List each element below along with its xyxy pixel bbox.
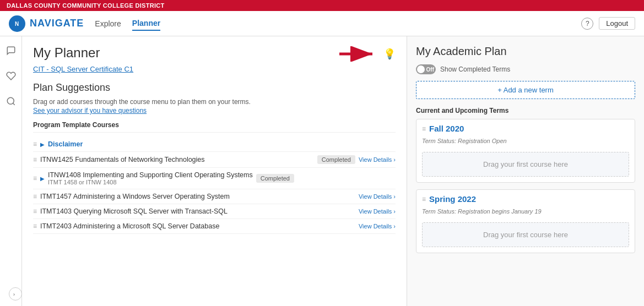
drop-zone-fall2020[interactable]: Drag your first course here	[422, 152, 629, 177]
drag-handle[interactable]: ≡	[33, 156, 37, 163]
breadcrumb-link[interactable]: CIT - SQL Server Certificate C1	[33, 65, 396, 73]
drag-handle[interactable]: ≡	[33, 193, 37, 200]
header-nav: N NAVIGATE Explore Planner ? Logout	[0, 11, 644, 36]
course-item-itmt1457: ≡ ITMT1457 Administering a Windows Serve…	[33, 189, 396, 204]
plan-suggestions-panel: My Planner 💡 CIT - SQL Server Certificat…	[22, 36, 407, 306]
course-item-itnw1425: ≡ ITNW1425 Fundamentals of Networking Te…	[33, 152, 396, 168]
view-details-link[interactable]: View Details ›	[359, 193, 396, 200]
sidebar-icon-heart[interactable]	[3, 68, 19, 84]
sidebar-icon-chat[interactable]	[3, 43, 19, 58]
drop-zone-spring2022[interactable]: Drag your first course here	[422, 222, 629, 247]
term-name: Spring 2022	[429, 194, 476, 204]
course-name-group: ITNW1408 Implementing and Supporting Cli…	[48, 171, 253, 185]
top-banner: DALLAS COUNTY COMMUNITY COLLEGE DISTRICT	[0, 0, 644, 11]
course-name: ITMT1403 Querying Microsoft SQL Server w…	[40, 207, 355, 215]
course-item-itmt1403: ≡ ITMT1403 Querying Microsoft SQL Server…	[33, 204, 396, 219]
add-term-button[interactable]: + Add a new term	[416, 81, 635, 99]
academic-plan-panel: My Academic Plan Off Show Completed Term…	[407, 36, 644, 306]
toggle-knob	[417, 65, 425, 73]
page-title: My Planner	[33, 45, 100, 61]
course-name: ITMT1457 Administering a Windows Server …	[40, 193, 355, 200]
svg-text:›: ›	[13, 292, 15, 297]
course-item-itnw1408: ≡ ▶ ITNW1408 Implementing and Supporting…	[33, 168, 396, 189]
sidebar-icon-search[interactable]	[3, 94, 19, 109]
content-area: My Planner 💡 CIT - SQL Server Certificat…	[22, 36, 644, 306]
expand-arrow[interactable]: ▶	[40, 141, 45, 147]
course-name: ITMT2403 Administering a Microsoft SQL S…	[40, 222, 355, 230]
svg-text:N: N	[15, 21, 19, 27]
help-button[interactable]: ?	[581, 18, 593, 30]
svg-point-2	[7, 97, 14, 104]
term-header: ≡ Spring 2022	[416, 190, 635, 208]
view-details-link[interactable]: View Details ›	[359, 223, 396, 230]
lightbulb-icon: 💡	[383, 48, 396, 60]
main-wrapper: › My Planner 💡	[0, 36, 644, 306]
toggle-label: Show Completed Terms	[440, 65, 510, 73]
nav-explore[interactable]: Explore	[95, 17, 121, 30]
term-status: Term Status: Registration Open	[416, 138, 635, 149]
nav-logo-icon: N	[9, 15, 25, 32]
nav-planner[interactable]: Planner	[132, 17, 160, 31]
nav-logo[interactable]: N NAVIGATE	[9, 15, 84, 32]
banner-text: DALLAS COUNTY COMMUNITY COLLEGE DISTRICT	[7, 2, 165, 9]
nav-right: ? Logout	[581, 17, 635, 30]
drag-handle[interactable]: ≡	[33, 222, 37, 230]
sidebar: ›	[0, 36, 22, 306]
current-upcoming-label: Current and Upcoming Terms	[416, 107, 635, 114]
completed-badge: Completed	[317, 155, 355, 164]
course-item-disclaimer: ≡ ▶ Disclaimer	[33, 137, 396, 152]
drag-handle[interactable]: ≡	[33, 140, 37, 148]
academic-plan-title: My Academic Plan	[416, 45, 635, 58]
toggle-off-label: Off	[426, 67, 434, 73]
plan-suggestions-desc: Drag or add courses through the course m…	[33, 98, 396, 106]
course-sub: ITMT 1458 or ITNW 1408	[48, 179, 253, 185]
show-completed-row: Off Show Completed Terms	[416, 64, 635, 74]
plan-suggestions-title: Plan Suggestions	[33, 82, 396, 94]
term-header: ≡ Fall 2020	[416, 119, 635, 138]
course-item-itmt2403: ≡ ITMT2403 Administering a Microsoft SQL…	[33, 219, 396, 234]
view-details-link[interactable]: View Details ›	[359, 156, 396, 163]
logout-button[interactable]: Logout	[599, 17, 635, 30]
term-name: Fall 2020	[429, 124, 464, 133]
arrow-indicator: 💡	[338, 46, 396, 62]
drag-handle[interactable]: ≡	[33, 174, 37, 182]
term-card-fall2020: ≡ Fall 2020 Term Status: Registration Op…	[416, 119, 635, 183]
course-name: ITNW1408 Implementing and Supporting Cli…	[48, 171, 253, 179]
logo-text: NAVIGATE	[30, 18, 84, 29]
drag-handle[interactable]: ≡	[33, 207, 37, 215]
course-name: ITNW1425 Fundamentals of Networking Tech…	[40, 156, 314, 163]
show-completed-toggle[interactable]: Off	[416, 64, 436, 74]
svg-line-3	[13, 103, 14, 105]
template-label: Program Template Courses	[33, 121, 396, 133]
term-card-spring2022: ≡ Spring 2022 Term Status: Registration …	[416, 189, 635, 253]
advisor-link[interactable]: See your advisor if you have questions	[33, 107, 396, 114]
expand-arrow[interactable]: ▶	[40, 176, 45, 182]
term-drag-handle[interactable]: ≡	[422, 195, 426, 203]
term-drag-handle[interactable]: ≡	[422, 125, 426, 133]
completed-badge: Completed	[256, 174, 294, 183]
course-name[interactable]: Disclaimer	[48, 140, 396, 148]
term-status: Term Status: Registration begins January…	[416, 208, 635, 219]
sidebar-collapse-button[interactable]: ›	[9, 287, 22, 300]
view-details-link[interactable]: View Details ›	[359, 208, 396, 215]
